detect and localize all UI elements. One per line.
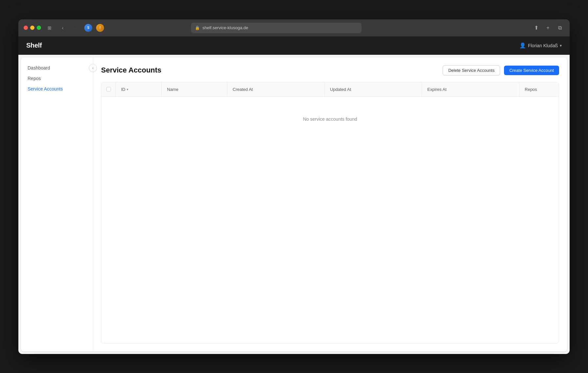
- user-menu[interactable]: 👤 Florian Kludaß ▾: [519, 42, 562, 49]
- th-expires-at-label: Expires At: [427, 87, 447, 92]
- header-actions: Delete Service Accounts Create Service A…: [443, 65, 559, 75]
- th-updated-at-label: Updated At: [330, 87, 351, 92]
- lock-icon: 🔒: [195, 26, 200, 30]
- th-updated-at[interactable]: Updated At: [325, 82, 422, 96]
- app-window: Shelf 👤 Florian Kludaß ▾ ‹ Dashboard Rep…: [18, 36, 570, 354]
- service-accounts-table: ID ▾ Name Created At Updated At: [101, 82, 559, 343]
- url-text: shelf.service-klusoga.de: [202, 25, 248, 30]
- back-btn[interactable]: ‹: [58, 23, 67, 32]
- toolbar-right: ⬆ + ⧉: [532, 23, 564, 32]
- forward-btn[interactable]: ›: [71, 23, 80, 32]
- app-logo: Shelf: [26, 42, 42, 49]
- th-id-label: ID: [121, 87, 125, 92]
- sidebar-item-service-accounts[interactable]: Service Accounts: [21, 84, 93, 94]
- page-header: Service Accounts Delete Service Accounts…: [101, 65, 559, 75]
- th-id[interactable]: ID ▾: [116, 82, 162, 96]
- minimize-button[interactable]: [30, 26, 34, 30]
- sidebar-item-label-repos: Repos: [28, 76, 41, 81]
- sidebar-collapse-btn[interactable]: ‹: [89, 64, 97, 72]
- empty-state: No service accounts found: [101, 97, 559, 141]
- th-created-at-label: Created At: [233, 87, 253, 92]
- sidebar-item-dashboard[interactable]: Dashboard: [21, 63, 93, 73]
- sidebar-item-repos[interactable]: Repos: [21, 73, 93, 84]
- maximize-button[interactable]: [37, 26, 41, 30]
- new-tab-btn[interactable]: +: [543, 23, 553, 32]
- th-created-at[interactable]: Created At: [227, 82, 325, 96]
- share-btn[interactable]: ⬆: [532, 23, 541, 32]
- tab-favicon-shelf: S: [84, 24, 92, 32]
- th-repos[interactable]: Repos: [519, 82, 559, 96]
- title-bar: ⊞ ‹ › S ! 🔒 shelf.service-klusoga.de ⬆ +…: [18, 19, 570, 36]
- browser-window: ⊞ ‹ › S ! 🔒 shelf.service-klusoga.de ⬆ +…: [18, 19, 570, 354]
- sort-icon-id: ▾: [127, 88, 128, 91]
- app-body: ‹ Dashboard Repos Service Accounts Servi…: [21, 57, 567, 351]
- delete-service-accounts-button[interactable]: Delete Service Accounts: [443, 65, 500, 75]
- th-name-label: Name: [167, 87, 178, 92]
- checkbox-box: [106, 87, 111, 92]
- traffic-lights: [24, 26, 41, 30]
- th-name[interactable]: Name: [162, 82, 227, 96]
- page-title: Service Accounts: [101, 66, 161, 74]
- user-name: Florian Kludaß: [528, 43, 558, 48]
- main-content: Service Accounts Delete Service Accounts…: [93, 57, 567, 351]
- th-expires-at[interactable]: Expires At: [422, 82, 519, 96]
- select-all-checkbox[interactable]: [101, 82, 116, 96]
- sidebar-item-label-dashboard: Dashboard: [28, 65, 50, 71]
- th-repos-label: Repos: [525, 87, 537, 92]
- close-button[interactable]: [24, 26, 28, 30]
- user-icon: 👤: [519, 42, 526, 49]
- address-bar[interactable]: 🔒 shelf.service-klusoga.de: [191, 23, 362, 33]
- sidebar-item-label-service-accounts: Service Accounts: [28, 86, 63, 92]
- empty-message: No service accounts found: [303, 116, 357, 122]
- table-header: ID ▾ Name Created At Updated At: [101, 82, 559, 97]
- create-service-account-button[interactable]: Create Service Account: [504, 66, 559, 75]
- sidebar-toggle-btn[interactable]: ⊞: [45, 23, 54, 32]
- tab-favicon-notif: !: [96, 24, 104, 32]
- chevron-down-icon: ▾: [560, 43, 562, 48]
- app-header: Shelf 👤 Florian Kludaß ▾: [18, 36, 570, 55]
- sidebar: ‹ Dashboard Repos Service Accounts: [21, 57, 93, 351]
- tab-overview-btn[interactable]: ⧉: [555, 23, 564, 32]
